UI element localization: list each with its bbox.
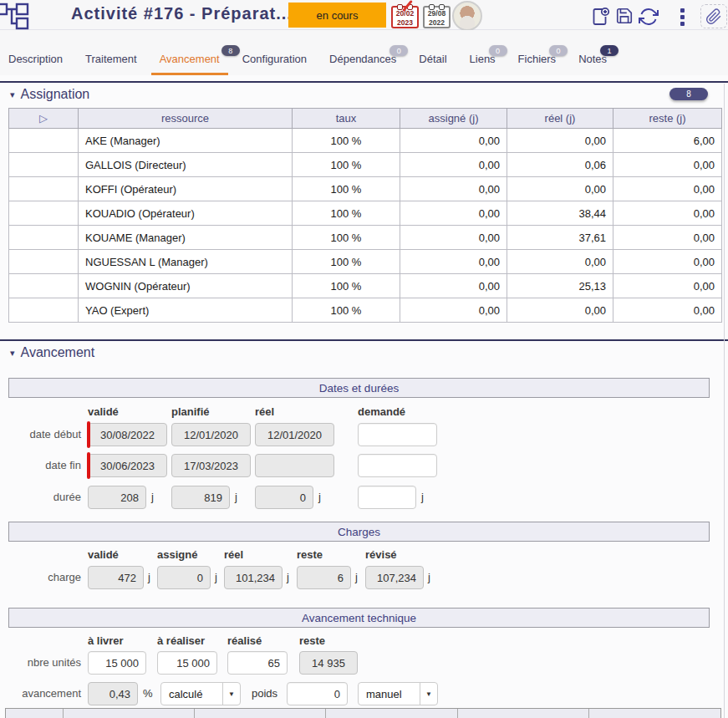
poids-mode-value: manuel xyxy=(359,683,420,705)
label-reste: reste xyxy=(299,634,325,647)
table-row[interactable]: AKE (Manager)100 %0,000,006,00 xyxy=(9,129,722,153)
label-realise: réalisé xyxy=(227,634,262,647)
avancement-title: Avancement xyxy=(21,345,95,360)
col-taux[interactable]: taux xyxy=(293,109,400,129)
nbre-unites-label: nbre unités xyxy=(0,656,81,669)
tab-detail[interactable]: Détail xyxy=(419,53,446,75)
assignation-section-header[interactable]: ▾ Assignation 8 xyxy=(0,83,728,106)
table-header-row: ▷ ressource taux assigné (j) réel (j) re… xyxy=(9,109,722,129)
calendar-red-year: 2023 xyxy=(393,18,417,28)
required-marker xyxy=(87,421,90,448)
date-fin-valide-field xyxy=(88,454,167,477)
date-debut-demande-input[interactable] xyxy=(358,423,437,446)
date-fin-demande-input[interactable] xyxy=(358,454,437,477)
partial-table-header xyxy=(5,708,721,718)
avancement-technique-bar: Avancement technique xyxy=(8,608,710,628)
col-reste[interactable]: reste (j) xyxy=(613,109,722,129)
expand-icon[interactable]: ▷ xyxy=(39,112,48,125)
table-row[interactable]: YAO (Expert)100 %0,000,000,00 xyxy=(9,298,722,323)
technique-column-labels: à livrer à réaliser réalisé reste xyxy=(0,634,728,648)
assignation-count-badge: 8 xyxy=(669,88,708,100)
col-ressource[interactable]: ressource xyxy=(79,109,293,129)
tab-avancement[interactable]: Avancement 8 xyxy=(151,53,228,75)
charge-reste-field xyxy=(297,566,351,589)
table-row[interactable]: NGUESSAN L (Manager)100 %0,000,000,00 xyxy=(9,250,722,274)
duree-demande-input[interactable] xyxy=(358,486,416,509)
table-row[interactable]: WOGNIN (Opérateur)100 %0,0025,130,00 xyxy=(9,274,722,298)
assignation-table: ▷ ressource taux assigné (j) réel (j) re… xyxy=(8,108,722,323)
tab-dependances[interactable]: Dépendances 0 xyxy=(329,53,396,75)
save-icon[interactable] xyxy=(615,7,634,25)
date-fin-reel-field xyxy=(255,454,334,477)
tab-traitement[interactable]: Traitement xyxy=(85,53,137,75)
label-planifie: planifié xyxy=(171,405,210,418)
charge-reel-field xyxy=(224,566,283,589)
more-menu-icon[interactable] xyxy=(680,8,685,28)
collapse-icon[interactable]: ▾ xyxy=(10,89,15,100)
dates-column-labels: validé planifié réel demandé xyxy=(0,405,728,419)
a-livrer-input[interactable] xyxy=(88,651,146,675)
avancement-mode-select[interactable]: calculé ▼ xyxy=(160,682,241,705)
attachment-dropzone[interactable] xyxy=(700,4,727,28)
dates-durees-title: Dates et durées xyxy=(319,382,399,395)
avancement-technique-title: Avancement technique xyxy=(302,612,416,624)
dates-durees-bar: Dates et durées xyxy=(8,378,710,398)
unit-j: j xyxy=(148,571,150,583)
avancement-label: avancement xyxy=(0,687,81,700)
scrollbar-track[interactable] xyxy=(724,84,725,718)
collapse-icon[interactable]: ▾ xyxy=(10,348,15,359)
charge-assigne-field xyxy=(157,566,211,589)
chevron-down-icon: ▼ xyxy=(222,683,240,705)
tab-avancement-label: Avancement xyxy=(160,53,220,65)
top-header: Activité #176 - Préparat... en cours 20/… xyxy=(0,0,728,30)
date-fin-label: date fin xyxy=(0,459,81,471)
label-a-livrer: à livrer xyxy=(88,634,124,647)
unit-j: j xyxy=(318,491,321,503)
table-row[interactable]: GALLOIS (Directeur)100 %0,000,060,00 xyxy=(9,153,722,177)
label-a-realiser: à réaliser xyxy=(157,634,205,647)
avancement-section-header[interactable]: ▾ Avancement xyxy=(0,341,728,364)
chevron-down-icon: ▼ xyxy=(420,683,437,705)
unit-j: j xyxy=(235,491,237,503)
tab-liens[interactable]: Liens 0 xyxy=(470,53,496,75)
activity-window: Activité #176 - Préparat... en cours 20/… xyxy=(0,0,728,718)
tab-description[interactable]: Description xyxy=(8,53,63,75)
table-row[interactable]: KOUAME (Manager)100 %0,0037,610,00 xyxy=(9,226,722,250)
expand-all-header[interactable]: ▷ xyxy=(9,109,79,129)
paperclip-icon xyxy=(705,8,722,25)
poids-input[interactable] xyxy=(287,682,348,705)
table-row[interactable]: KOFFI (Opérateur)100 %0,000,000,00 xyxy=(9,177,722,201)
duree-row: durée j j j j xyxy=(0,486,728,510)
date-debut-reel-field xyxy=(255,423,334,446)
calendar-gray-year: 2022 xyxy=(425,18,449,28)
date-debut-planifie-field xyxy=(171,423,251,446)
date-debut-label: date début xyxy=(0,428,81,440)
a-realiser-input[interactable] xyxy=(157,651,217,675)
tab-notes[interactable]: Notes 1 xyxy=(578,53,607,75)
label-reel: réel xyxy=(255,405,274,418)
poids-mode-select[interactable]: manuel ▼ xyxy=(358,682,438,705)
sitemap-icon xyxy=(0,2,35,30)
tab-notes-badge: 1 xyxy=(600,45,619,56)
refresh-icon[interactable] xyxy=(639,7,659,27)
reste-field xyxy=(299,651,358,675)
tab-dependances-label: Dépendances xyxy=(329,53,396,65)
avancement-mode-value: calculé xyxy=(161,683,222,705)
date-debut-row: date début xyxy=(0,423,728,447)
col-assigne[interactable]: assigné (j) xyxy=(400,109,507,129)
charge-row: charge j j j j j xyxy=(0,566,728,589)
avatar[interactable] xyxy=(452,1,482,31)
tab-fichiers[interactable]: Fichiers 0 xyxy=(518,53,557,75)
date-fin-row: date fin xyxy=(0,454,728,478)
realise-input[interactable] xyxy=(227,651,288,675)
tab-configuration[interactable]: Configuration xyxy=(242,53,307,75)
col-reel[interactable]: réel (j) xyxy=(507,109,613,129)
label-assigne: assigné xyxy=(157,548,197,561)
duree-planifie-field xyxy=(171,486,230,509)
new-document-icon[interactable] xyxy=(591,7,611,27)
tab-liens-badge: 0 xyxy=(489,45,507,56)
avancement-value-field xyxy=(88,682,138,705)
table-row[interactable]: KOUADIO (Opérateur)100 %0,0038,440,00 xyxy=(9,201,722,226)
label-revise: révisé xyxy=(365,548,397,561)
calendar-date-icon-gray[interactable]: 29/08 2022 xyxy=(423,6,451,28)
